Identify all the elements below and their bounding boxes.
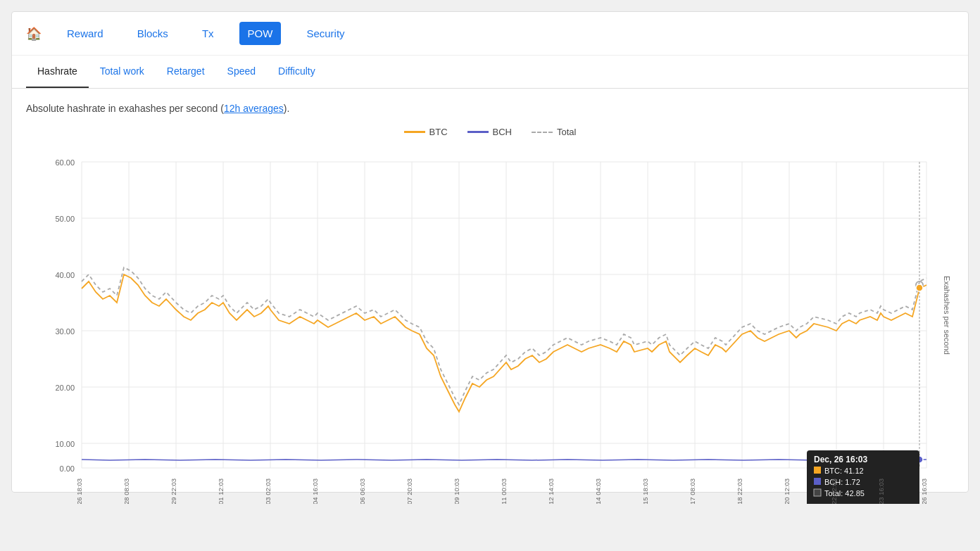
svg-text:60.00: 60.00 (55, 158, 75, 167)
btc-legend-line (404, 131, 425, 133)
svg-text:50.00: 50.00 (55, 215, 75, 223)
total-legend-line (532, 132, 553, 133)
svg-text:10.00: 10.00 (55, 440, 75, 448)
svg-text:Dec, 03 02:03: Dec, 03 02:03 (264, 479, 272, 504)
svg-text:Dec, 26 16:03: Dec, 26 16:03 (920, 479, 928, 504)
btc-legend-label: BTC (429, 127, 448, 137)
home-icon[interactable]: 🏠 (26, 26, 42, 42)
svg-text:Dec, 09 10:03: Dec, 09 10:03 (453, 479, 460, 504)
svg-text:Dec, 18 22:03: Dec, 18 22:03 (736, 479, 743, 504)
svg-text:Dec, 20 12:03: Dec, 20 12:03 (783, 479, 791, 504)
bch-line (82, 460, 926, 460)
svg-text:30.00: 30.00 (55, 327, 75, 336)
tabs-bar: Hashrate Total work Retarget Speed Diffi… (12, 56, 968, 89)
svg-text:20.00: 20.00 (55, 384, 75, 392)
svg-text:40.00: 40.00 (55, 271, 75, 279)
chart-legend: BTC BCH Total (26, 127, 954, 137)
nav-pow[interactable]: POW (239, 22, 282, 45)
svg-text:Nov, 29 22:03: Nov, 29 22:03 (170, 479, 177, 504)
nav-blocks[interactable]: Blocks (129, 22, 177, 45)
svg-text:Dec, 11 00:03: Dec, 11 00:03 (500, 479, 508, 504)
nav-tx[interactable]: Tx (194, 22, 222, 45)
main-container: 🏠 Reward Blocks Tx POW Security Hashrate… (11, 11, 969, 493)
svg-text:Dec, 06 06:03: Dec, 06 06:03 (358, 479, 366, 504)
tab-hashrate[interactable]: Hashrate (26, 56, 89, 88)
svg-text:Dec, 01 12:03: Dec, 01 12:03 (217, 479, 225, 504)
chart-svg[interactable]: 60.00 50.00 40.00 30.00 20.00 10.00 0.00 (26, 144, 954, 482)
nav-bar: 🏠 Reward Blocks Tx POW Security (12, 12, 968, 56)
y-axis-title: Exahashes per second (943, 276, 951, 355)
svg-text:Dec, 17 08:03: Dec, 17 08:03 (689, 479, 696, 504)
total-line (82, 267, 926, 405)
svg-text:Dec, 07 20:03: Dec, 07 20:03 (406, 479, 413, 504)
svg-text:Dec, 04 16:03: Dec, 04 16:03 (311, 479, 319, 504)
svg-text:Nov, 26 18:03: Nov, 26 18:03 (75, 479, 83, 504)
tooltip-btc-swatch (814, 467, 821, 474)
svg-text:Dec, 14 04:03: Dec, 14 04:03 (594, 479, 602, 504)
tooltip-btc: BTC: 41.12 (824, 467, 864, 475)
tab-retarget[interactable]: Retarget (156, 56, 216, 88)
svg-text:0.00: 0.00 (60, 464, 75, 473)
tooltip-title: Dec, 26 16:03 (814, 455, 867, 464)
tooltip-total-swatch (814, 489, 821, 496)
tab-speed[interactable]: Speed (216, 56, 267, 88)
chart-description: Absolute hashrate in exahashes per secon… (26, 103, 954, 114)
description-link[interactable]: 12h averages (224, 103, 284, 114)
bch-legend-label: BCH (493, 127, 512, 137)
svg-text:Dec, 12 14:03: Dec, 12 14:03 (547, 479, 555, 504)
svg-text:Dec, 15 18:03: Dec, 15 18:03 (641, 479, 649, 504)
chart-area: Absolute hashrate in exahashes per secon… (12, 89, 968, 492)
nav-reward[interactable]: Reward (58, 22, 112, 45)
svg-text:Dec, 23 16:03: Dec, 23 16:03 (877, 479, 885, 504)
legend-btc: BTC (404, 127, 448, 137)
tooltip-bch-swatch (814, 478, 821, 485)
btc-line (82, 274, 926, 412)
legend-bch: BCH (467, 127, 512, 137)
bch-legend-line (467, 131, 489, 133)
btc-point (916, 284, 923, 291)
legend-total: Total (532, 127, 576, 137)
total-legend-label: Total (557, 127, 576, 137)
svg-text:Dec, 22 02:03: Dec, 22 02:03 (830, 479, 838, 504)
nav-security[interactable]: Security (298, 22, 353, 45)
svg-text:Nov, 28 08:03: Nov, 28 08:03 (122, 479, 130, 504)
tab-difficulty[interactable]: Difficulty (267, 56, 327, 88)
tab-total-work[interactable]: Total work (89, 56, 156, 88)
chart-wrapper: 60.00 50.00 40.00 30.00 20.00 10.00 0.00 (26, 144, 954, 485)
